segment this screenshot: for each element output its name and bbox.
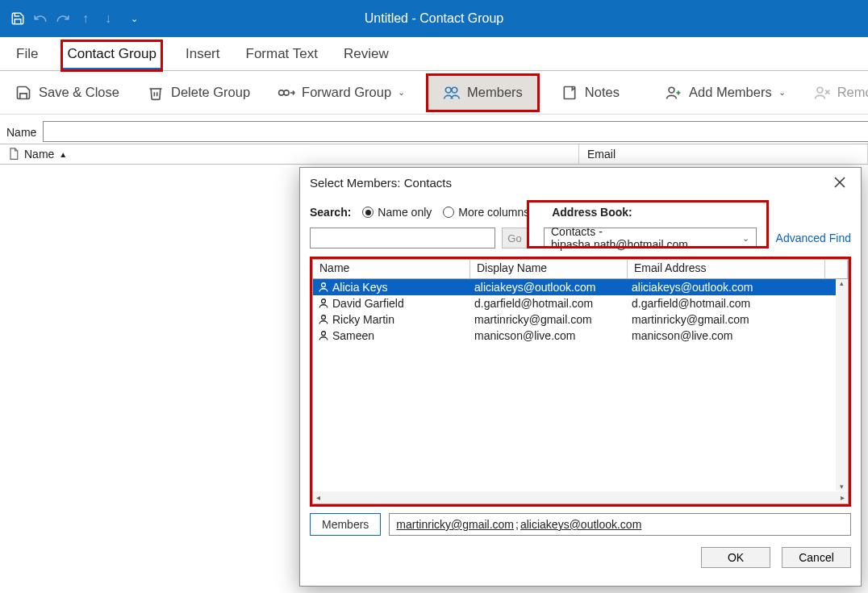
save-icon[interactable] — [8, 9, 27, 28]
notes-icon — [561, 84, 578, 102]
member-2: aliciakeys@outlook.com — [520, 518, 641, 531]
forward-group-label: Forward Group — [302, 85, 391, 100]
contact-row[interactable]: David Garfieldd.garfield@hotmail.comd.ga… — [313, 295, 848, 311]
svg-point-2 — [445, 87, 451, 93]
row-email: aliciakeys@outlook.com — [632, 281, 848, 294]
svg-point-8 — [322, 299, 326, 303]
member-1: martinricky@gmail.com — [396, 518, 514, 531]
hdr-email[interactable]: Email Address — [628, 260, 825, 278]
radio-more-columns[interactable]: More columns — [443, 206, 529, 219]
horizontal-scrollbar[interactable]: ◂▸ — [313, 491, 848, 503]
chevron-down-icon: ⌄ — [778, 87, 786, 98]
tab-format-text[interactable]: Format Text — [244, 41, 319, 70]
dialog-title: Select Members: Contacts — [310, 176, 452, 190]
chevron-down-icon: ⌄ — [398, 87, 405, 98]
ribbon-tabs: File Contact Group Insert Format Text Re… — [0, 37, 868, 71]
title-bar: ↑ ↓ ⌄ Untitled - Contact Group — [0, 0, 868, 37]
tab-insert[interactable]: Insert — [184, 41, 222, 70]
trash-icon — [147, 84, 165, 102]
contacts-header: Name Display Name Email Address — [313, 260, 848, 279]
delete-group-button[interactable]: Delete Group — [142, 81, 255, 105]
row-display: martinricky@gmail.com — [474, 313, 632, 326]
contact-row[interactable]: Sameenmanicson@live.commanicson@live.com — [313, 328, 848, 344]
hdr-display[interactable]: Display Name — [470, 260, 628, 278]
row-email: martinricky@gmail.com — [632, 313, 848, 326]
tab-review[interactable]: Review — [342, 41, 390, 70]
undo-icon[interactable] — [31, 9, 50, 28]
members-field[interactable]: martinricky@gmail.com; aliciakeys@outloo… — [389, 513, 851, 536]
svg-point-3 — [452, 87, 457, 93]
hdr-extra — [825, 260, 848, 278]
down-icon[interactable]: ↓ — [98, 9, 118, 28]
select-members-dialog: Select Members: Contacts Search: Name on… — [299, 167, 862, 587]
add-members-button[interactable]: Add Members ⌄ — [660, 81, 791, 105]
svg-point-0 — [279, 90, 284, 94]
doc-icon — [8, 148, 19, 161]
col-email[interactable]: Email — [587, 148, 616, 161]
contacts-table-highlight: Name Display Name Email Address Alicia K… — [310, 257, 851, 507]
advanced-find-link[interactable]: Advanced Find — [776, 232, 851, 244]
tab-contact-group[interactable]: Contact Group — [62, 41, 161, 70]
cancel-button[interactable]: Cancel — [782, 547, 851, 568]
add-members-icon — [665, 84, 682, 102]
address-book-label: Address Book: — [552, 206, 632, 219]
go-button[interactable]: Go — [502, 228, 528, 248]
close-button[interactable] — [828, 171, 851, 194]
members-icon — [443, 84, 461, 102]
members-button[interactable]: Members — [428, 75, 538, 111]
members-add-button[interactable]: Members — [310, 513, 381, 536]
svg-point-1 — [284, 90, 289, 94]
address-book-value: Contacts - bipasha.nath@hotmail.com — [551, 225, 742, 251]
save-close-label: Save & Close — [39, 85, 119, 100]
name-label: Name — [6, 126, 36, 142]
search-label: Search: — [310, 206, 351, 219]
ribbon: Save & Close Delete Group Forward Group … — [0, 71, 868, 115]
sort-asc-icon: ▲ — [59, 150, 67, 159]
row-email: d.garfield@hotmail.com — [632, 297, 848, 310]
contact-row[interactable]: Ricky Martinmartinricky@gmail.commartinr… — [313, 311, 848, 328]
svg-point-6 — [817, 87, 823, 93]
col-name[interactable]: Name — [24, 148, 54, 161]
vertical-scrollbar[interactable]: ▴▾ — [836, 279, 848, 491]
row-display: d.garfield@hotmail.com — [474, 297, 632, 310]
contacts-rows[interactable]: Alicia Keysaliciakeys@outlook.comaliciak… — [313, 279, 848, 491]
svg-point-5 — [669, 87, 674, 93]
redo-icon[interactable] — [53, 9, 73, 28]
svg-point-7 — [322, 283, 326, 287]
save-close-icon — [15, 84, 32, 102]
row-name: Ricky Martin — [332, 313, 474, 326]
address-book-select[interactable]: Contacts - bipasha.nath@hotmail.com ⌄ — [544, 228, 757, 248]
row-name: Alicia Keys — [332, 281, 474, 294]
delete-group-label: Delete Group — [171, 85, 250, 100]
svg-point-9 — [322, 315, 326, 319]
members-label: Members — [467, 85, 523, 100]
window-title: Untitled - Contact Group — [365, 11, 504, 26]
remove-member-button: Remove Memb — [808, 81, 868, 105]
tab-file[interactable]: File — [15, 41, 40, 70]
member-list-header: Name ▲ Email — [0, 144, 868, 165]
search-input[interactable] — [310, 228, 495, 248]
forward-icon — [278, 84, 295, 102]
row-display: manicson@live.com — [474, 329, 632, 342]
save-close-button[interactable]: Save & Close — [10, 81, 124, 105]
remove-member-label: Remove Memb — [837, 85, 868, 100]
hdr-name[interactable]: Name — [313, 260, 470, 278]
notes-button[interactable]: Notes — [556, 81, 624, 105]
forward-group-button[interactable]: Forward Group ⌄ — [273, 81, 410, 105]
radio-name-only[interactable]: Name only — [362, 206, 432, 219]
row-display: aliciakeys@outlook.com — [474, 281, 632, 294]
notes-label: Notes — [585, 85, 620, 100]
up-icon[interactable]: ↑ — [76, 9, 95, 28]
qat-customize-icon[interactable]: ⌄ — [131, 14, 138, 24]
remove-member-icon — [813, 84, 831, 102]
row-name: David Garfield — [332, 297, 474, 310]
ok-button[interactable]: OK — [701, 547, 770, 568]
svg-point-10 — [322, 332, 326, 336]
group-name-input[interactable] — [43, 121, 868, 142]
contact-row[interactable]: Alicia Keysaliciakeys@outlook.comaliciak… — [313, 279, 848, 295]
chevron-down-icon: ⌄ — [742, 233, 749, 244]
add-members-label: Add Members — [689, 85, 772, 100]
name-row: Name — [0, 115, 868, 142]
row-name: Sameen — [332, 329, 474, 342]
row-email: manicson@live.com — [632, 329, 848, 342]
